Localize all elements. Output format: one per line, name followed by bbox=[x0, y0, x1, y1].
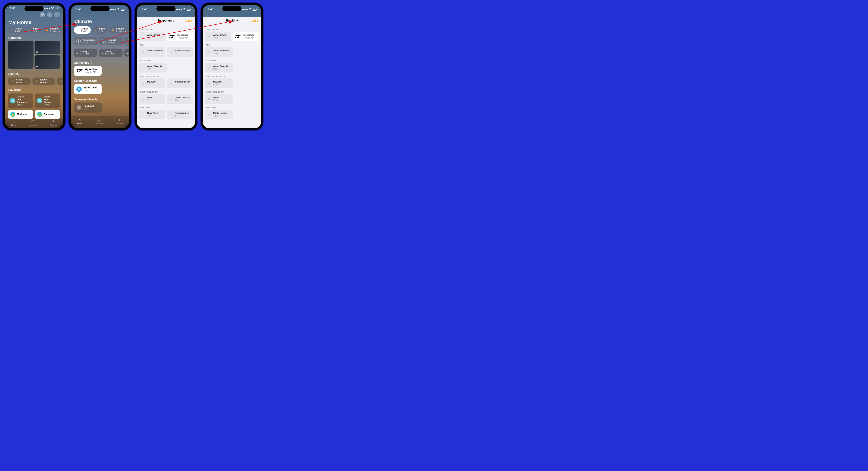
battery: 62 bbox=[55, 7, 58, 9]
tile-name: Awair Omni bbox=[213, 34, 226, 36]
chip-climate[interactable]: ❋ Climate48–72° bbox=[74, 26, 91, 34]
voice-button[interactable] bbox=[39, 12, 45, 18]
room-screened-porch: Screened Porch bbox=[71, 96, 129, 102]
tile-name: Awair bbox=[213, 96, 219, 99]
sun-icon: ☀ bbox=[60, 79, 62, 83]
sheet-title: Humidity bbox=[226, 19, 238, 22]
phone-temperature: 7:00 ●●●● 62 Temperature Done LIVING ROO… bbox=[135, 3, 197, 130]
thermometer-icon: 🌡 bbox=[141, 112, 146, 117]
tile-value: 53% bbox=[213, 83, 222, 86]
done-button[interactable]: Done bbox=[186, 19, 192, 22]
phone-myhome: 7:00 ●●●● 62 ＋ ⋯ My Home ❋ Climate48–72° bbox=[3, 3, 65, 130]
tab-automation[interactable]: ◷Automation bbox=[95, 118, 103, 125]
sheet-body[interactable]: LIVING ROOM≋Awair Omni48%72°My ecobeeHea… bbox=[203, 25, 261, 128]
sensor-tile[interactable]: 🌡Awair Glow C70° bbox=[139, 63, 167, 72]
thermometer-icon: 🌡 bbox=[141, 50, 146, 54]
fav-right-garage[interactable]: ▭ GarageRight Garag…Closed bbox=[35, 94, 60, 108]
sensor-tile[interactable]: ≋Awair Omni48% bbox=[205, 32, 231, 41]
signal-icon: ●●●● bbox=[44, 7, 50, 9]
sensor-tile[interactable]: 🌡Smart Sensor71° bbox=[167, 47, 193, 57]
sensor-tile[interactable]: 🌡MyAwair72° bbox=[139, 78, 165, 88]
sensor-tile[interactable]: 🌡Dew Point48° bbox=[139, 110, 165, 119]
door-icon: ⌂ bbox=[127, 51, 129, 55]
humidity-sheet: Humidity Done LIVING ROOM≋Awair Omni48%7… bbox=[203, 16, 261, 128]
garage-icon: ▭ bbox=[37, 98, 42, 103]
chip-security[interactable]: 🔒 Security2 Unlocked bbox=[109, 26, 128, 34]
tab-home[interactable]: ⌂Home bbox=[11, 119, 16, 126]
sensor-tile[interactable]: ≋Awair52% bbox=[205, 94, 233, 104]
home-icon: ⌂ bbox=[12, 119, 14, 124]
metric-air[interactable]: ❋ AirGood bbox=[124, 37, 129, 45]
sensor-tile[interactable]: 72°My ecobeeHeat to 71° bbox=[167, 32, 193, 41]
sheet-body[interactable]: LIVING ROOM🌡Awair Omni72°72°My ecobeeHea… bbox=[137, 25, 195, 128]
metric-temperature[interactable]: 🌡 Temperature48–72° bbox=[74, 37, 97, 45]
door-closed[interactable]: ⌂ SlidingDoor Clos… bbox=[99, 48, 123, 57]
tile-value: 53% bbox=[213, 68, 228, 70]
toolbar: ＋ ⋯ bbox=[5, 11, 63, 19]
tile-row: 🌡Awair Omni72°72°My ecobeeHeat to 71° bbox=[139, 32, 193, 41]
category-chips: ❋ Climate48–72° ● Lights3 On 🔒 Security2… bbox=[5, 27, 63, 35]
device-ecobee[interactable]: 72° My ecobeeHeat to 71° bbox=[74, 66, 102, 76]
add-button[interactable]: ＋ bbox=[47, 12, 53, 18]
category-chips: ❋ Climate48–72° ● Lights3 On 🔒 Security2… bbox=[71, 26, 129, 36]
chip-climate[interactable]: ❋ Climate48–72° bbox=[8, 27, 25, 33]
sensor-tile[interactable]: ≋Molly Harper72% bbox=[205, 110, 233, 119]
tile-name: MyAwair bbox=[147, 80, 156, 83]
tab-discover[interactable]: ★Discover bbox=[116, 118, 123, 125]
signal-icon: ●●●● bbox=[110, 8, 116, 11]
sensor-tile[interactable]: 🌡Temperature57° bbox=[167, 110, 193, 119]
scene-sun[interactable]: ☀ bbox=[57, 77, 63, 85]
tab-home[interactable]: ⌂Home bbox=[77, 118, 82, 125]
door-more[interactable]: ⌂ bbox=[124, 48, 129, 57]
fan-icon: ❋ bbox=[76, 28, 80, 32]
fav-mudroom[interactable]: 🔒 Mudroom bbox=[8, 110, 33, 119]
more-button[interactable]: ⋯ bbox=[54, 12, 60, 18]
tab-automation[interactable]: ◷Automation bbox=[29, 119, 37, 126]
sensor-tile[interactable]: ≋Awair Element54% bbox=[205, 47, 233, 57]
sensor-tile[interactable]: 🌡Awair Omni72° bbox=[139, 32, 165, 41]
sensor-tile[interactable]: ≋MyAwair53% bbox=[205, 78, 233, 88]
sensor-tile[interactable]: 🌡Smart Sensor70° bbox=[167, 94, 193, 104]
tile-row: 🌡Dew Point48°🌡Temperature57° bbox=[139, 110, 193, 119]
home-indicator bbox=[90, 127, 111, 127]
tile-value: 72° bbox=[147, 36, 160, 39]
device-fountain[interactable]: ❋ FountainOff bbox=[74, 102, 102, 112]
sensor-tile[interactable]: 🌡Awair71° bbox=[139, 94, 165, 104]
camera-tile[interactable]: 2s bbox=[8, 41, 33, 69]
tile-value: 54% bbox=[213, 52, 229, 55]
tile-name: My ecobee bbox=[243, 34, 254, 36]
tile-row: ≋Molly Harper72% bbox=[205, 110, 259, 119]
sensor-tile[interactable]: 🌡Smart Sensor72° bbox=[167, 78, 193, 88]
chip-security[interactable]: 🔒 Security2 Unlocked bbox=[43, 27, 62, 33]
chip-lights[interactable]: ● Lights3 On bbox=[26, 27, 42, 33]
tile-row: ≋Awair52% bbox=[205, 94, 259, 104]
lock-icon: 🔒 bbox=[37, 112, 42, 117]
tile-value: Heat to 71° bbox=[243, 36, 254, 39]
chip-lights[interactable]: ● Lights3 On bbox=[92, 26, 108, 34]
fav-entrance[interactable]: 🔒 Entrance bbox=[35, 110, 60, 119]
wifi-icon bbox=[183, 8, 186, 11]
scene-arrive-home[interactable]: 🚶 Arrive Home bbox=[8, 77, 31, 85]
tile-name: Awair Omni bbox=[147, 34, 160, 36]
scene-leave-home[interactable]: 🚶 Leave Home bbox=[32, 77, 55, 85]
tile-value: 48% bbox=[213, 36, 226, 39]
camera-tile[interactable]: 2s bbox=[35, 55, 60, 69]
door-icon: ⌂ bbox=[101, 51, 103, 55]
lock-icon: 🔒 bbox=[45, 28, 49, 32]
home-indicator bbox=[24, 127, 44, 127]
metric-humidity[interactable]: 💧 Humidity48–72% bbox=[99, 37, 123, 45]
tab-discover[interactable]: ★Discover bbox=[50, 119, 57, 126]
sensor-tile[interactable]: 72°My ecobeeHeat to 71° bbox=[233, 32, 259, 41]
sensor-tile[interactable]: ≋Awair Glow C53% bbox=[205, 63, 233, 72]
humidity-icon: ≋ bbox=[207, 81, 212, 86]
air-icon: ❋ bbox=[127, 39, 129, 43]
camera-tile[interactable]: 2s bbox=[35, 41, 60, 54]
done-button[interactable]: Done bbox=[252, 19, 258, 22]
device-winix[interactable]: ❋ Winix C545On bbox=[74, 84, 102, 94]
tile-value: 71° bbox=[147, 99, 153, 102]
fav-left-garage[interactable]: ▭ GarageLeft Garage…Closed bbox=[8, 94, 33, 108]
cameras-header[interactable]: Cameras› bbox=[5, 35, 63, 41]
scenes-header[interactable]: Scenes› bbox=[5, 71, 63, 77]
sensor-tile[interactable]: 🌡Awair Element71° bbox=[139, 47, 165, 57]
door-open[interactable]: ⌂ SlidingDoor Open bbox=[74, 48, 97, 57]
